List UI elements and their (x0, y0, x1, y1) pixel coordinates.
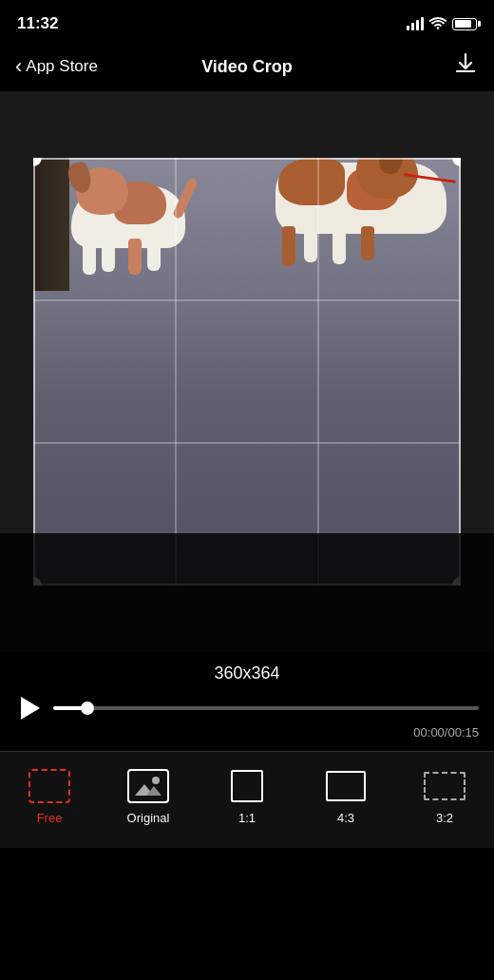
back-label: App Store (26, 57, 98, 76)
download-button[interactable] (452, 50, 479, 83)
playback-controls (15, 695, 479, 721)
tool-4x3[interactable]: 4:3 (296, 763, 395, 829)
status-icons (407, 17, 477, 30)
bottom-toolbar: Free Original 1:1 4:3 3:2 (0, 751, 494, 848)
page-title: Video Crop (201, 57, 293, 77)
battery-icon (452, 18, 477, 30)
tool-3x2[interactable]: 3:2 (395, 763, 494, 829)
dimensions-label: 360x364 (0, 652, 494, 691)
tool-free[interactable]: Free (0, 763, 99, 829)
tool-original[interactable]: Original (99, 763, 198, 829)
progress-track[interactable] (53, 706, 479, 710)
crop-container[interactable] (0, 91, 494, 652)
square-icon (224, 767, 270, 805)
progress-thumb[interactable] (81, 701, 94, 715)
back-arrow-icon: ‹ (15, 54, 22, 79)
status-bar: 11:32 (0, 0, 494, 42)
original-icon (125, 767, 171, 805)
tool-1x1-label: 1:1 (238, 811, 256, 825)
play-icon (21, 697, 40, 720)
time-display: 00:00/00:15 (15, 721, 479, 743)
back-button[interactable]: ‹ App Store (15, 54, 98, 79)
wifi-icon (429, 17, 446, 30)
playback-bar: 00:00/00:15 (0, 691, 494, 751)
tool-free-label: Free (37, 811, 63, 825)
video-frame (33, 158, 461, 586)
tool-4x3-label: 4:3 (337, 811, 354, 825)
play-button[interactable] (15, 695, 42, 721)
status-time: 11:32 (17, 14, 58, 33)
rect32-icon (422, 767, 467, 805)
tool-3x2-label: 3:2 (436, 811, 453, 825)
free-icon (27, 767, 72, 805)
tool-1x1[interactable]: 1:1 (198, 763, 296, 829)
signal-bars-icon (407, 17, 424, 30)
tool-original-label: Original (127, 811, 170, 825)
nav-bar: ‹ App Store Video Crop (0, 42, 494, 91)
rect43-icon (323, 767, 369, 805)
